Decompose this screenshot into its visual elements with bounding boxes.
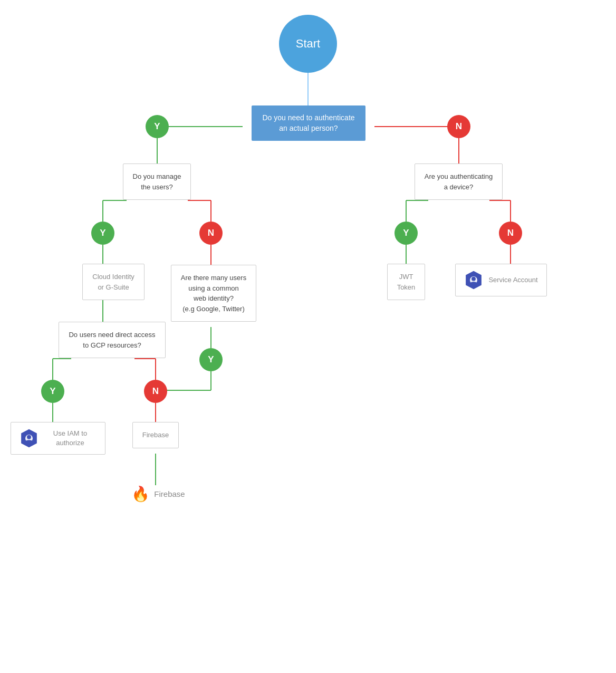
service-account-label: Service Account xyxy=(488,275,537,285)
start-node: Start xyxy=(279,15,337,73)
result-firebase-icon: 🔥 Firebase xyxy=(116,485,200,503)
yn-q1-yes: Y xyxy=(146,115,169,138)
result-jwt: JWTToken xyxy=(377,264,435,300)
question-3: Are you authenticatinga device? xyxy=(397,164,521,200)
yn-q3-yes: Y xyxy=(394,222,418,245)
firebase-box: Firebase xyxy=(132,422,179,448)
start-label: Start xyxy=(296,37,320,51)
result-cloud-identity: Cloud Identityor G-Suite xyxy=(69,264,158,300)
q3-box: Are you authenticatinga device? xyxy=(415,164,503,200)
svg-point-31 xyxy=(471,277,476,281)
yn-q2-no: N xyxy=(199,222,223,245)
yn-q1-no: N xyxy=(447,115,470,138)
yn-q4-yes: Y xyxy=(199,348,223,371)
iam-label: Use IAM to authorize xyxy=(44,429,97,448)
service-account-box: Service Account xyxy=(455,264,546,296)
q4-box: Are there many usersusing a commonweb id… xyxy=(171,265,256,322)
jwt-label: JWTToken xyxy=(397,273,416,291)
q2-box: Do you managethe users? xyxy=(123,164,191,200)
iam-icon xyxy=(20,429,38,448)
question-2: Do you managethe users? xyxy=(92,164,222,200)
svg-point-36 xyxy=(26,440,33,443)
yn-q5-no: N xyxy=(144,380,167,403)
cloud-identity-box: Cloud Identityor G-Suite xyxy=(82,264,145,300)
q5-box: Do users need direct accessto GCP resour… xyxy=(59,322,165,358)
firebase-box-label: Firebase xyxy=(142,431,169,439)
iam-box: Use IAM to authorize xyxy=(11,422,105,455)
q2-label: Do you managethe users? xyxy=(133,172,181,191)
q4-label: Are there many usersusing a commonweb id… xyxy=(181,274,246,313)
firebase-icon-label: Firebase xyxy=(154,489,185,498)
firebase-flame-icon: 🔥 xyxy=(131,485,150,503)
question-4: Are there many usersusing a commonweb id… xyxy=(158,265,269,322)
q5-label: Do users need direct accessto GCP resour… xyxy=(69,331,155,349)
question-5: Do users need direct accessto GCP resour… xyxy=(40,322,185,358)
q3-label: Are you authenticatinga device? xyxy=(425,172,493,191)
yn-q5-yes: Y xyxy=(41,380,64,403)
result-service-account: Service Account xyxy=(443,264,559,296)
result-iam: Use IAM to authorize xyxy=(11,422,105,455)
flowchart-diagram: Start Do you need to authenticatean actu… xyxy=(0,0,616,673)
cloud-identity-label: Cloud Identityor G-Suite xyxy=(92,273,134,291)
svg-point-35 xyxy=(27,435,31,439)
yn-q2-yes: Y xyxy=(91,222,114,245)
q1-label: Do you need to authenticatean actual per… xyxy=(262,113,354,132)
result-firebase-box: Firebase xyxy=(113,422,198,448)
service-account-icon xyxy=(464,271,483,290)
q1-box: Do you need to authenticatean actual per… xyxy=(252,105,365,141)
question-1: Do you need to authenticatean actual per… xyxy=(243,105,374,141)
start-circle: Start xyxy=(279,15,337,73)
jwt-box: JWTToken xyxy=(387,264,426,300)
svg-point-32 xyxy=(470,282,477,285)
yn-q3-no: N xyxy=(499,222,522,245)
